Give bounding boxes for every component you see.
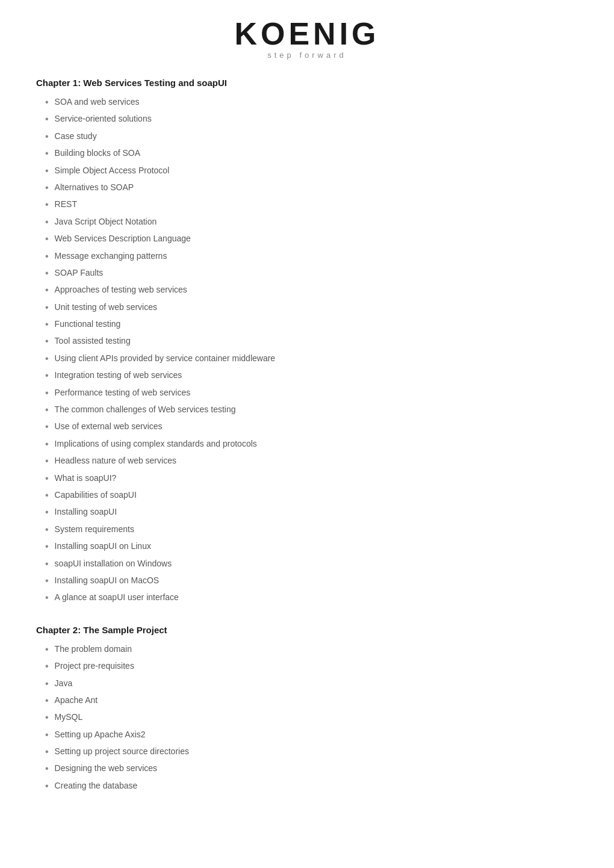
list-item-text: soapUI installation on Windows xyxy=(55,557,172,570)
koenig-logo: KOENIG xyxy=(36,18,578,49)
chapter-section-1: Chapter 1: Web Services Testing and soap… xyxy=(36,78,578,607)
list-item-text: Implications of using complex standards … xyxy=(55,438,257,450)
list-item-text: Simple Object Access Protocol xyxy=(55,164,170,177)
list-item: Case study xyxy=(36,128,578,145)
list-item-text: Apache Ant xyxy=(55,694,98,707)
list-item: Designing the web services xyxy=(36,760,578,777)
list-item-text: Web Services Description Language xyxy=(55,232,191,245)
list-item-text: Setting up Apache Axis2 xyxy=(55,728,146,741)
list-item-text: Creating the database xyxy=(55,780,138,792)
list-item: Use of external web services xyxy=(36,418,578,435)
list-item: Web Services Description Language xyxy=(36,231,578,247)
list-item: Integration testing of web services xyxy=(36,367,578,384)
list-item: Headless nature of web services xyxy=(36,453,578,470)
list-item: Project pre-requisites xyxy=(36,658,578,675)
list-item: Java Script Object Notation xyxy=(36,214,578,231)
list-item: REST xyxy=(36,196,578,213)
logo-container: KOENIG step forward xyxy=(36,18,578,60)
list-item: Setting up Apache Axis2 xyxy=(36,727,578,743)
list-item: Installing soapUI on MacOS xyxy=(36,572,578,589)
list-item-text: The common challenges of Web services te… xyxy=(55,403,236,416)
list-item: soapUI installation on Windows xyxy=(36,556,578,572)
list-item-text: Use of external web services xyxy=(55,420,163,433)
list-item-text: Building blocks of SOA xyxy=(55,147,140,160)
list-item-text: Integration testing of web services xyxy=(55,369,182,382)
list-item-text: Approaches of testing web services xyxy=(55,284,187,296)
chapter-section-2: Chapter 2: The Sample ProjectThe problem… xyxy=(36,625,578,795)
list-item-text: The problem domain xyxy=(55,643,132,656)
list-item-text: SOAP Faults xyxy=(55,267,104,279)
chapter-heading-2: Chapter 2: The Sample Project xyxy=(36,625,578,635)
list-item: Tool assisted testing xyxy=(36,333,578,350)
list-item-text: MySQL xyxy=(55,711,83,724)
list-item-text: Setting up project source directories xyxy=(55,745,189,758)
list-item: MySQL xyxy=(36,709,578,726)
list-item: Installing soapUI xyxy=(36,504,578,521)
list-item: Message exchanging patterns xyxy=(36,248,578,265)
list-item-text: Service-oriented solutions xyxy=(55,113,152,125)
list-item: What is soapUI? xyxy=(36,470,578,487)
logo-tagline: step forward xyxy=(36,51,578,60)
list-item: Apache Ant xyxy=(36,692,578,709)
list-item-text: Alternatives to SOAP xyxy=(55,181,134,194)
list-item: Simple Object Access Protocol xyxy=(36,163,578,179)
list-item-text: Installing soapUI xyxy=(55,506,117,518)
list-item-text: Performance testing of web services xyxy=(55,386,191,399)
list-item: Implications of using complex standards … xyxy=(36,436,578,453)
list-item-text: Project pre-requisites xyxy=(55,660,134,672)
list-item-text: Designing the web services xyxy=(55,762,157,775)
list-item: Performance testing of web services xyxy=(36,385,578,401)
list-item-text: Capabilities of soapUI xyxy=(55,489,137,501)
chapters-container: Chapter 1: Web Services Testing and soap… xyxy=(36,78,578,795)
list-item-text: SOA and web services xyxy=(55,96,140,108)
chapter-heading-1: Chapter 1: Web Services Testing and soap… xyxy=(36,78,578,88)
list-item-text: Using client APIs provided by service co… xyxy=(55,352,276,365)
list-item-text: Java Script Object Notation xyxy=(55,215,157,228)
list-item-text: Tool assisted testing xyxy=(55,335,131,347)
list-item-text: Headless nature of web services xyxy=(55,454,176,467)
list-item: Java xyxy=(36,675,578,692)
list-item-text: Java xyxy=(55,677,73,690)
list-item: Installing soapUI on Linux xyxy=(36,538,578,555)
list-item: Capabilities of soapUI xyxy=(36,487,578,504)
list-item: Setting up project source directories xyxy=(36,743,578,760)
list-item: Alternatives to SOAP xyxy=(36,179,578,196)
list-item-text: Functional testing xyxy=(55,318,121,330)
list-item: SOA and web services xyxy=(36,94,578,111)
list-item: The problem domain xyxy=(36,641,578,658)
list-item-text: System requirements xyxy=(55,523,134,536)
list-item-text: Message exchanging patterns xyxy=(55,250,167,262)
chapter-list-2: The problem domainProject pre-requisites… xyxy=(36,641,578,795)
list-item-text: A glance at soapUI user interface xyxy=(55,591,179,604)
list-item: Building blocks of SOA xyxy=(36,145,578,162)
list-item: Creating the database xyxy=(36,778,578,795)
list-item-text: Installing soapUI on MacOS xyxy=(55,574,160,587)
list-item: SOAP Faults xyxy=(36,265,578,282)
list-item-text: Unit testing of web services xyxy=(55,301,157,314)
list-item-text: REST xyxy=(55,198,77,211)
list-item: The common challenges of Web services te… xyxy=(36,401,578,418)
list-item-text: What is soapUI? xyxy=(55,472,117,485)
page-container: KOENIG step forward Chapter 1: Web Servi… xyxy=(0,0,614,831)
list-item: System requirements xyxy=(36,521,578,538)
list-item: A glance at soapUI user interface xyxy=(36,589,578,606)
list-item-text: Case study xyxy=(55,130,97,143)
list-item-text: Installing soapUI on Linux xyxy=(55,540,151,553)
list-item: Approaches of testing web services xyxy=(36,282,578,299)
list-item: Service-oriented solutions xyxy=(36,111,578,128)
list-item: Unit testing of web services xyxy=(36,299,578,316)
list-item: Functional testing xyxy=(36,316,578,333)
chapter-list-1: SOA and web servicesService-oriented sol… xyxy=(36,94,578,607)
list-item: Using client APIs provided by service co… xyxy=(36,350,578,367)
